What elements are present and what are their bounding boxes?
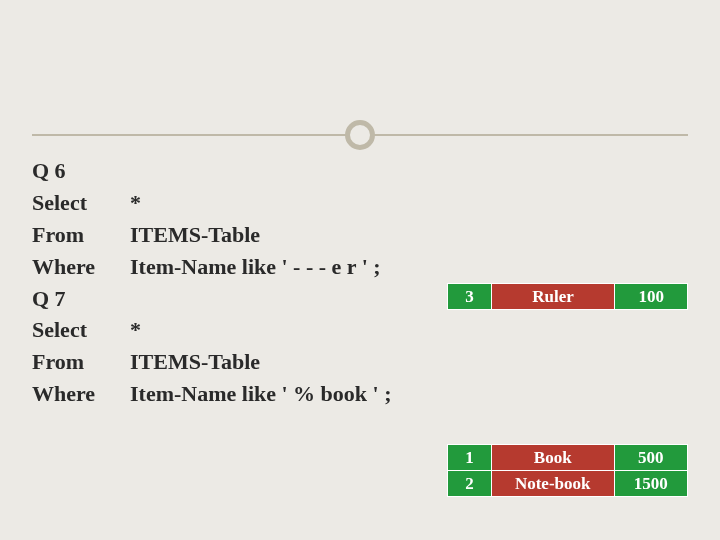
slide-body: Q 6 Select * From ITEMS-Table Where Item… xyxy=(32,155,688,410)
cell-price: 500 xyxy=(614,445,687,471)
q7-from-arg: ITEMS-Table xyxy=(130,346,688,378)
q6-select-arg: * xyxy=(130,187,688,219)
q6-from-arg: ITEMS-Table xyxy=(130,219,688,251)
q7-select-kw: Select xyxy=(32,314,130,346)
cell-id: 3 xyxy=(448,284,492,310)
q6-where-kw: Where xyxy=(32,251,130,283)
q7-where-arg: Item-Name like ' % book ' ; xyxy=(130,378,688,410)
q6-result-table: 3 Ruler 100 xyxy=(447,283,688,310)
q6-label: Q 6 xyxy=(32,155,66,187)
section-divider xyxy=(32,120,688,150)
cell-name: Ruler xyxy=(491,284,614,310)
cell-price: 100 xyxy=(615,284,688,310)
q7-label: Q 7 xyxy=(32,283,66,315)
table-row: 2 Note-book 1500 xyxy=(448,471,688,497)
q6-select-kw: Select xyxy=(32,187,130,219)
table-row: 3 Ruler 100 xyxy=(448,284,688,310)
q6-where-arg: Item-Name like ' - - - e r ' ; xyxy=(130,251,688,283)
q7-result-table: 1 Book 500 2 Note-book 1500 xyxy=(447,444,688,497)
cell-name: Book xyxy=(491,445,614,471)
cell-name: Note-book xyxy=(491,471,614,497)
q7-where-kw: Where xyxy=(32,378,130,410)
q7-select-arg: * xyxy=(130,314,688,346)
cell-price: 1500 xyxy=(614,471,687,497)
table-row: 1 Book 500 xyxy=(448,445,688,471)
cell-id: 2 xyxy=(448,471,492,497)
divider-ring-icon xyxy=(345,120,375,150)
q7-from-kw: From xyxy=(32,346,130,378)
q6-from-kw: From xyxy=(32,219,130,251)
cell-id: 1 xyxy=(448,445,492,471)
